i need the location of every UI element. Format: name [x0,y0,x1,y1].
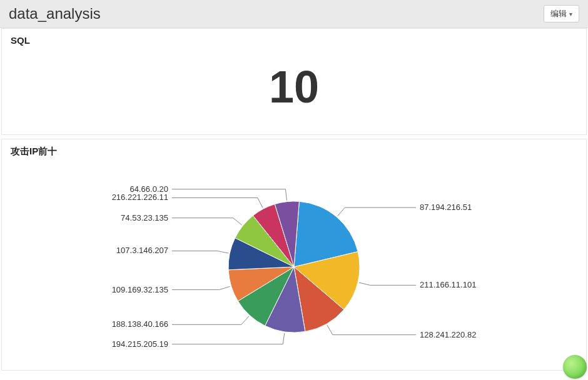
pie-label: 216.221.226.11 [112,192,168,202]
pie-label: 188.138.40.166 [112,319,168,329]
page-header: data_analysis 编辑 ▾ [0,0,588,28]
edit-button[interactable]: 编辑 ▾ [544,5,579,22]
pie-label: 128.241.220.82 [420,330,476,339]
pie-label: 64.66.0.20 [130,184,168,194]
pie-leader-line [338,208,416,216]
pie-leader-line [172,333,285,344]
sql-value: 10 [2,64,586,109]
pie-label: 211.166.11.101 [420,280,476,289]
sql-panel-title: SQL [2,29,586,52]
pie-leader-line [172,189,286,201]
pie-leader-line [172,286,230,289]
pie-leader-line [172,251,228,253]
pie-leader-line [172,218,242,225]
page-title: data_analysis [9,5,101,22]
pie-label: 107.3.146.207 [116,246,168,255]
chevron-down-icon: ▾ [569,11,572,18]
pie-panel-title: 攻击IP前十 [2,139,586,164]
pie-label: 74.53.23.135 [121,213,168,222]
pie-label: 194.215.205.19 [112,339,168,349]
pie-panel: 攻击IP前十 87.194.216.51211.166.11.101128.24… [1,139,587,371]
sql-panel: SQL 10 [1,28,587,135]
pie-chart: 87.194.216.51211.166.11.101128.241.220.8… [94,164,494,364]
pie-label: 87.194.216.51 [420,202,472,212]
pie-leader-line [327,325,416,335]
sql-panel-body: 10 [2,52,586,134]
help-fab[interactable] [563,355,587,379]
pie-label: 109.169.32.135 [112,285,168,294]
pie-leader-line [172,198,263,208]
pie-panel-body: 87.194.216.51211.166.11.101128.241.220.8… [2,164,586,370]
pie-leader-line [359,282,416,285]
pie-leader-line [172,316,249,324]
edit-button-label: 编辑 [550,8,567,19]
